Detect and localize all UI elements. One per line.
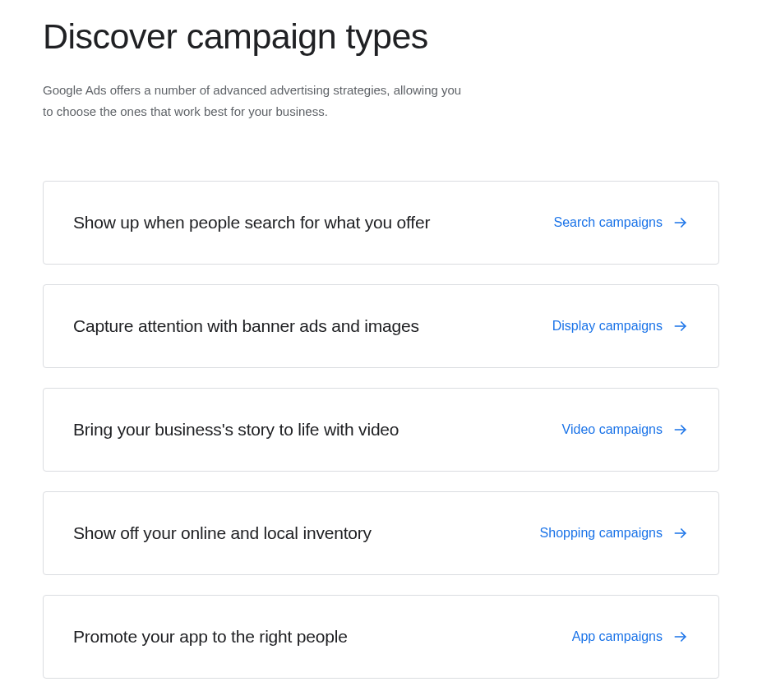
campaign-link-label: Video campaigns xyxy=(562,422,663,437)
campaign-cards-container: Show up when people search for what you … xyxy=(43,181,719,679)
page-description: Google Ads offers a number of advanced a… xyxy=(43,80,462,122)
campaign-card-title: Capture attention with banner ads and im… xyxy=(73,316,419,336)
arrow-right-icon xyxy=(672,525,689,541)
campaign-card-title: Show off your online and local inventory xyxy=(73,523,372,543)
campaign-link-label: App campaigns xyxy=(572,629,663,644)
campaign-link-label: Search campaigns xyxy=(553,215,663,230)
page-title: Discover campaign types xyxy=(43,16,719,57)
campaign-link-label: Shopping campaigns xyxy=(540,526,663,541)
campaign-link-shopping[interactable]: Shopping campaigns xyxy=(540,525,689,541)
campaign-link-display[interactable]: Display campaigns xyxy=(552,318,689,334)
arrow-right-icon xyxy=(672,629,689,645)
campaign-card-title: Bring your business's story to life with… xyxy=(73,420,399,440)
campaign-card-display: Capture attention with banner ads and im… xyxy=(43,284,719,368)
campaign-link-search[interactable]: Search campaigns xyxy=(553,214,689,231)
campaign-card-video: Bring your business's story to life with… xyxy=(43,388,719,472)
campaign-card-app: Promote your app to the right people App… xyxy=(43,595,719,679)
campaign-link-video[interactable]: Video campaigns xyxy=(562,421,689,438)
arrow-right-icon xyxy=(672,214,689,231)
arrow-right-icon xyxy=(672,421,689,438)
campaign-link-label: Display campaigns xyxy=(552,319,663,334)
campaign-card-title: Promote your app to the right people xyxy=(73,627,348,647)
campaign-card-search: Show up when people search for what you … xyxy=(43,181,719,265)
campaign-card-shopping: Show off your online and local inventory… xyxy=(43,491,719,575)
campaign-link-app[interactable]: App campaigns xyxy=(572,629,689,645)
arrow-right-icon xyxy=(672,318,689,334)
campaign-card-title: Show up when people search for what you … xyxy=(73,213,430,233)
